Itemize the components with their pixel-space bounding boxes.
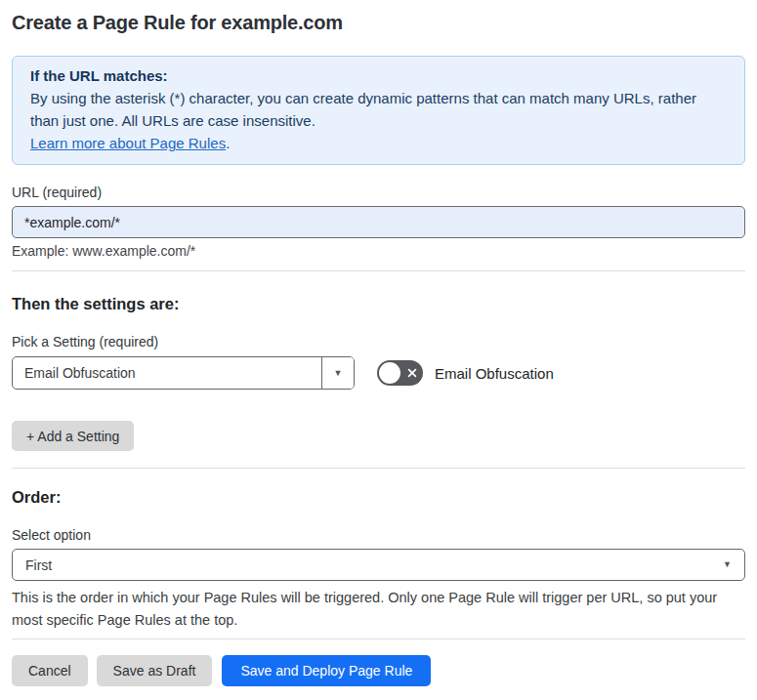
url-match-info-box: If the URL matches: By using the asteris… — [12, 56, 745, 165]
x-icon — [406, 367, 418, 379]
order-select-label: Select option — [12, 527, 745, 544]
toggle-label: Email Obfuscation — [435, 365, 554, 382]
info-body: By using the asterisk (*) character, you… — [30, 87, 727, 132]
settings-heading: Then the settings are: — [12, 295, 745, 313]
footer-divider — [12, 638, 745, 639]
info-link-line: Learn more about Page Rules. — [30, 132, 727, 154]
create-page-rule-form: Create a Page Rule for example.com If th… — [0, 0, 757, 700]
caret-down-icon: ▼ — [334, 369, 343, 378]
setting-select-value: Email Obfuscation — [13, 357, 321, 389]
email-obfuscation-toggle-group: Email Obfuscation — [377, 360, 554, 386]
section-divider — [12, 270, 745, 271]
email-obfuscation-toggle[interactable] — [377, 360, 423, 386]
url-input[interactable] — [12, 206, 745, 238]
page-title: Create a Page Rule for example.com — [12, 10, 745, 35]
footer-actions: Cancel Save as Draft Save and Deploy Pag… — [12, 655, 745, 686]
save-draft-button[interactable]: Save as Draft — [97, 655, 213, 686]
section-divider — [12, 468, 745, 469]
cancel-button[interactable]: Cancel — [12, 655, 88, 686]
learn-more-link[interactable]: Learn more about Page Rules — [30, 135, 226, 151]
caret-down-icon: ▼ — [723, 560, 732, 569]
toggle-knob — [379, 362, 400, 384]
setting-select[interactable]: Email Obfuscation ▼ — [12, 356, 355, 390]
info-heading: If the URL matches: — [30, 64, 727, 87]
pick-setting-label: Pick a Setting (required) — [12, 334, 745, 350]
setting-picker-row: Email Obfuscation ▼ Email Obfuscation — [12, 356, 745, 390]
order-select[interactable]: First ▼ — [12, 549, 745, 581]
setting-select-arrow-button[interactable]: ▼ — [321, 357, 354, 389]
add-setting-button[interactable]: + Add a Setting — [12, 421, 134, 451]
link-suffix: . — [226, 135, 230, 151]
order-helper-text: This is the order in which your Page Rul… — [12, 587, 739, 632]
save-deploy-button[interactable]: Save and Deploy Page Rule — [222, 655, 431, 686]
url-label: URL (required) — [12, 185, 745, 201]
order-select-value: First — [25, 557, 52, 573]
url-example-text: Example: www.example.com/* — [12, 243, 745, 260]
order-heading: Order: — [12, 488, 745, 507]
